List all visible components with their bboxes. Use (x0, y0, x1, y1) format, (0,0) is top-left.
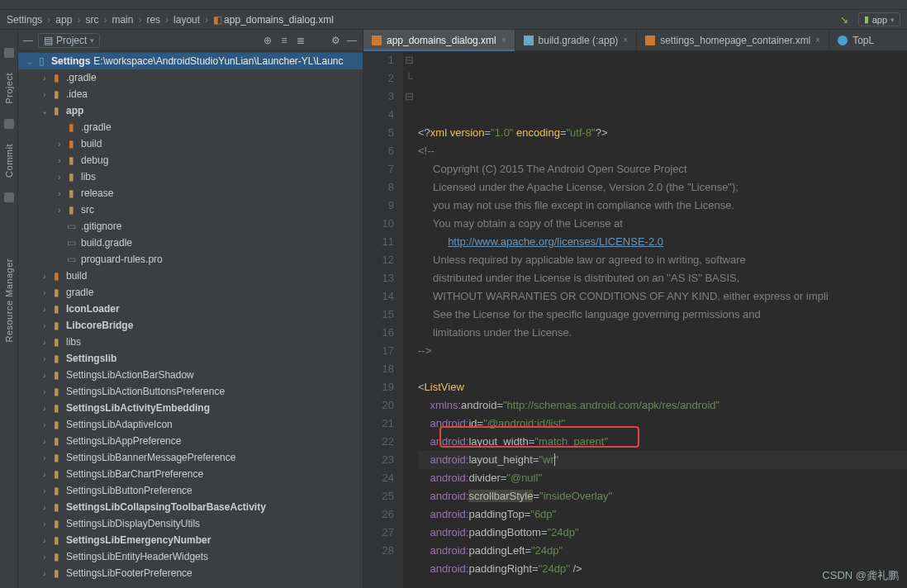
code-line[interactable]: android:paddingLeft="24dp" (418, 542, 907, 560)
minimize-icon[interactable]: — (23, 35, 33, 46)
code-line[interactable]: android:divider="@null" (418, 469, 907, 487)
crumb[interactable]: res (146, 14, 160, 26)
chevron-right-icon[interactable]: › (40, 338, 50, 347)
tree-row[interactable]: ▭build.gradle (18, 235, 363, 251)
close-icon[interactable]: × (623, 36, 628, 45)
tree-row[interactable]: ›▮SettingsLibButtonPreference (18, 482, 363, 499)
collapse-all-icon[interactable]: ≣ (295, 35, 306, 46)
chevron-right-icon[interactable]: › (40, 486, 50, 496)
crumb[interactable]: Settings (7, 14, 42, 26)
code-line[interactable]: android:paddingTop="6dp" (418, 505, 907, 524)
chevron-right-icon[interactable]: › (40, 288, 50, 297)
code-line[interactable]: <!-- (418, 142, 907, 160)
tree-row[interactable]: ⌄▯Settings E:\workspace\AndroidStudioYun… (18, 53, 363, 69)
code-line[interactable]: android:id="@android:id/list" (418, 415, 907, 433)
chevron-right-icon[interactable]: › (40, 569, 50, 578)
tree-row[interactable]: ▮.gradle (18, 119, 363, 135)
tree-row[interactable]: ›▮SettingsLibCollapsingToolbarBaseActivi… (18, 499, 363, 515)
expand-all-icon[interactable]: ≡ (278, 35, 290, 46)
run-config-selector[interactable]: ▮ app ▾ (858, 12, 900, 26)
code-content[interactable]: CSDN @龚礼鹏 <?xml version="1.0" encoding="… (415, 51, 907, 588)
fold-marker[interactable]: ⊟ (403, 88, 415, 106)
code-line[interactable]: Copyright (C) 2015 The Android Open Sour… (418, 160, 907, 178)
project-tree[interactable]: ⌄▯Settings E:\workspace\AndroidStudioYun… (18, 51, 363, 588)
build-icon[interactable]: ↘ (840, 14, 848, 26)
tab-app-domains-dialog[interactable]: app_domains_dialog.xml × (363, 30, 515, 50)
resource-manager-tool-icon[interactable] (4, 192, 14, 202)
code-line[interactable] (418, 360, 907, 378)
chevron-right-icon[interactable]: › (40, 519, 50, 529)
code-line[interactable]: android:scrollbarStyle="insideOverlay" (418, 487, 907, 505)
tree-row[interactable]: ›▮SettingsLibBarChartPreference (18, 466, 363, 482)
chevron-right-icon[interactable]: › (40, 371, 50, 380)
project-view-selector[interactable]: ▤ Project ▾ (38, 33, 100, 48)
tree-row[interactable]: ›▮Settingslib (18, 350, 363, 367)
tree-row[interactable]: ›▮SettingsLibActionButtonsPreference (18, 383, 363, 400)
code-line[interactable]: --> (418, 342, 907, 360)
chevron-down-icon[interactable]: ⌄ (25, 57, 35, 66)
code-line[interactable]: you may not use this file except in comp… (418, 197, 907, 215)
code-line[interactable]: Unless required by applicable law or agr… (418, 251, 907, 269)
rail-label-commit[interactable]: Commit (4, 144, 14, 178)
fold-gutter[interactable]: ⊟ └ ⊟ (403, 51, 415, 588)
tree-row[interactable]: ›▮SettingsLibEmergencyNumber (18, 532, 363, 548)
chevron-right-icon[interactable]: › (55, 189, 64, 198)
tree-row[interactable]: ›▮src (18, 202, 363, 218)
chevron-right-icon[interactable]: › (55, 206, 64, 215)
commit-tool-icon[interactable] (4, 119, 14, 129)
chevron-right-icon[interactable]: › (40, 470, 50, 479)
tree-row[interactable]: ›▮SettingsLibActivityEmbedding (18, 400, 363, 416)
crumb[interactable]: src (85, 14, 98, 26)
chevron-right-icon[interactable]: › (55, 140, 64, 149)
fold-marker[interactable]: └ (403, 69, 415, 88)
tree-row[interactable]: ›▮build (18, 135, 363, 152)
tree-row[interactable]: ›▮SettingsLibBannerMessagePreference (18, 449, 363, 466)
tree-row[interactable]: ▭.gitignore (18, 218, 363, 235)
chevron-right-icon[interactable]: › (40, 420, 50, 429)
code-line[interactable]: WITHOUT WARRANTIES OR CONDITIONS OF ANY … (418, 287, 907, 306)
chevron-right-icon[interactable]: › (40, 305, 50, 314)
chevron-right-icon[interactable]: › (40, 74, 50, 83)
chevron-right-icon[interactable]: › (55, 156, 64, 165)
tree-row[interactable]: ›▮libs (18, 334, 363, 350)
crumb[interactable]: layout (173, 14, 200, 26)
tree-row[interactable]: ›▮SettingsLibActionBarShadow (18, 367, 363, 383)
tree-row[interactable]: ›▮release (18, 185, 363, 202)
chevron-right-icon[interactable]: › (40, 404, 50, 413)
crumb-current-file[interactable]: app_domains_dialog.xml (224, 14, 334, 26)
crumb[interactable]: main (112, 14, 133, 26)
tree-row[interactable]: ›▮.idea (18, 86, 363, 102)
code-line[interactable]: distributed under the License is distrib… (418, 269, 907, 287)
gear-icon[interactable]: ⚙ (330, 35, 341, 46)
tab-build-gradle[interactable]: build.gradle (:app) × (515, 30, 638, 50)
tree-row[interactable]: ›▮gradle (18, 284, 363, 301)
code-line[interactable]: You may obtain a copy of the License at (418, 215, 907, 233)
fold-marker[interactable]: ⊟ (403, 51, 415, 69)
tree-row[interactable]: ⌄▮app (18, 102, 363, 119)
close-icon[interactable]: × (501, 36, 506, 45)
tree-row[interactable]: ›▮SettingsLibDisplayDensityUtils (18, 515, 363, 532)
code-line[interactable]: android:paddingBottom="24dp" (418, 524, 907, 542)
close-icon[interactable]: × (815, 36, 820, 45)
chevron-right-icon[interactable]: › (40, 354, 50, 363)
code-line[interactable]: android:layout_width="match_parent" (418, 433, 907, 451)
chevron-right-icon[interactable]: › (40, 503, 50, 512)
tree-row[interactable]: ›▮SettingsLibAdaptiveIcon (18, 416, 363, 433)
chevron-right-icon[interactable]: › (55, 173, 64, 182)
locate-file-icon[interactable]: ⊕ (262, 35, 273, 46)
code-line[interactable]: android:layout_height="wr" (418, 451, 907, 469)
code-line[interactable]: Licensed under the Apache License, Versi… (418, 178, 907, 197)
code-line[interactable]: See the License for the specific languag… (418, 306, 907, 324)
chevron-right-icon[interactable]: › (40, 272, 50, 281)
tree-row[interactable]: ›▮.gradle (18, 69, 363, 86)
code-line[interactable]: <?xml version="1.0" encoding="utf-8"?> (418, 124, 907, 142)
code-editor[interactable]: 1234567891011121314151617181920212223242… (363, 51, 907, 588)
chevron-right-icon[interactable]: › (40, 536, 50, 545)
code-line[interactable]: xmlns:android="http://schemas.android.co… (418, 396, 907, 415)
chevron-right-icon[interactable]: › (40, 387, 50, 396)
tree-row[interactable]: ›▮SettingsLibEntityHeaderWidgets (18, 548, 363, 565)
crumb[interactable]: app (55, 14, 72, 26)
tree-row[interactable]: ›▮SettingsLibFooterPreference (18, 565, 363, 581)
chevron-right-icon[interactable]: › (40, 90, 50, 99)
tree-row[interactable]: ›▮SettingsLibAppPreference (18, 433, 363, 449)
